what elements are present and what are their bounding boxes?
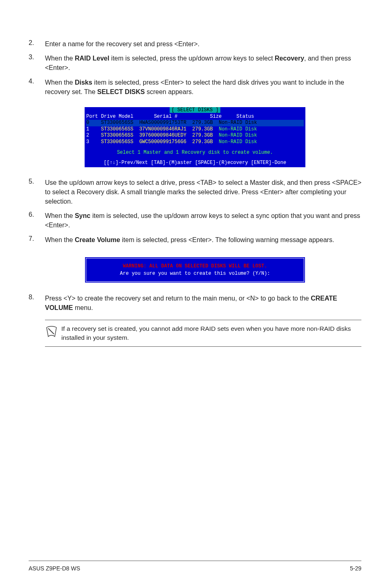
instruction-list-bottom: 5. Use the up/down arrow keys to select … xyxy=(29,178,361,249)
table-header-row: Port Drive Model Serial # Size Status xyxy=(86,114,304,120)
note-text: If a recovery set is created, you cannot… xyxy=(61,324,361,342)
step-number: 4. xyxy=(29,78,45,97)
terminal-footer: [[↑↓]-Prev/Next [TAB]-(M)aster [SPACE]-(… xyxy=(85,160,305,167)
footer-page-number: 5-29 xyxy=(350,565,361,572)
step-body: Enter a name for the recovery set and pr… xyxy=(45,39,361,49)
step-body: When the Disks item is selected, press <… xyxy=(45,78,361,97)
step-body: When the Create Volume item is selected,… xyxy=(45,235,361,245)
table-row: 3 ST3300656SS GWC50000991756G6 279.3GB N… xyxy=(86,139,304,146)
warning-line-prompt: Are you sure you want to create this vol… xyxy=(120,271,270,276)
warning-line-red: WARNING: ALL DATA ON SELECTED DISKS WILL… xyxy=(90,263,300,269)
page-footer: ASUS Z9PE-D8 WS 5-29 xyxy=(29,561,361,572)
warning-dialog: WARNING: ALL DATA ON SELECTED DISKS WILL… xyxy=(85,257,305,283)
footer-product: ASUS Z9PE-D8 WS xyxy=(29,565,80,572)
pencil-note-icon xyxy=(45,324,61,340)
step-number: 6. xyxy=(29,211,45,230)
step-body: Use the up/down arrow keys to select a d… xyxy=(45,178,361,206)
step-body: When the Sync item is selected, use the … xyxy=(45,211,361,230)
note-block: If a recovery set is created, you cannot… xyxy=(45,320,361,346)
step-number: 5. xyxy=(29,178,45,206)
table-row: 0 ST3300656SS HWAS0000991753TR 279.3GB N… xyxy=(86,120,304,126)
terminal-title: [ SELECT DISKS ] xyxy=(170,107,220,113)
step-body: Press <Y> to create the recovery set and… xyxy=(45,294,361,312)
step-body: When the RAID Level item is selected, pr… xyxy=(45,54,361,72)
step-number: 2. xyxy=(29,39,45,49)
terminal-message: Select 1 Master and 1 Recovery disk to c… xyxy=(85,150,305,156)
step-number: 8. xyxy=(29,294,45,312)
step-number: 3. xyxy=(29,54,45,72)
instruction-list-top: 2. Enter a name for the recovery set and… xyxy=(29,39,361,101)
step-number: 7. xyxy=(29,235,45,245)
table-row: 1 ST3300656SS 37VN00009846RAJ1 279.3GB N… xyxy=(86,126,304,133)
table-row: 2 ST3300656SS 397600009846UEDY 279.3GB N… xyxy=(86,132,304,139)
select-disks-screen: [ SELECT DISKS ] Port Drive Model Serial… xyxy=(85,107,305,167)
instruction-list-final: 8. Press <Y> to create the recovery set … xyxy=(29,294,361,317)
